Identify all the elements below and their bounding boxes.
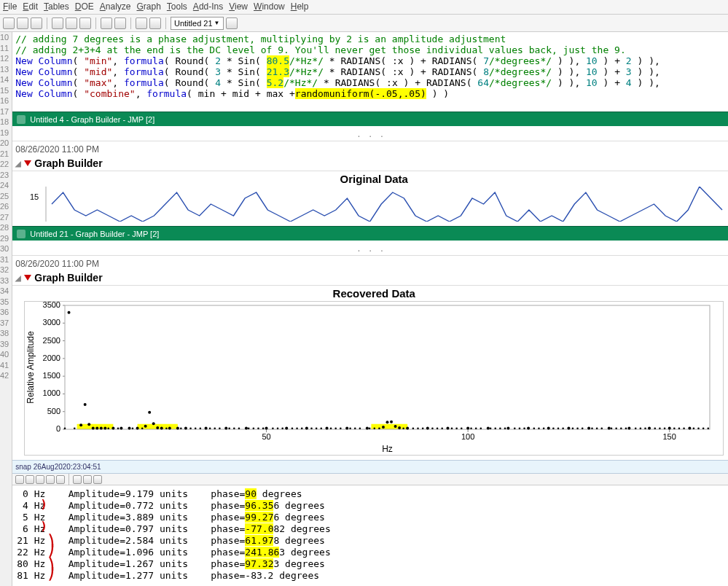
svg-point-145 [382, 426, 385, 429]
disclosure-icon[interactable]: ◢ [15, 160, 21, 168]
mini-icon[interactable] [93, 475, 102, 484]
svg-point-149 [398, 426, 401, 429]
svg-point-40 [214, 427, 216, 429]
toolbar-icon[interactable] [136, 17, 147, 29]
toolbar-icon[interactable] [3, 17, 15, 29]
window-titlebar-2[interactable]: Untitled 21 - Graph Builder - JMP [2] [12, 226, 728, 241]
svg-point-88 [538, 427, 540, 429]
svg-point-137 [225, 427, 228, 430]
svg-point-126 [128, 427, 131, 430]
svg-point-159 [587, 427, 590, 430]
mini-icon[interactable] [15, 475, 24, 484]
svg-point-125 [120, 427, 123, 430]
svg-point-86 [524, 427, 526, 429]
svg-point-101 [620, 427, 622, 429]
menu-item-graph[interactable]: Graph [136, 1, 160, 12]
graph-builder-header[interactable]: ◢ Graph Builder [12, 156, 728, 171]
svg-point-119 [87, 423, 90, 426]
svg-text:500: 500 [47, 407, 60, 415]
menu-item-analyze[interactable]: Analyze [100, 1, 131, 12]
toolbar-icon[interactable] [66, 17, 77, 29]
menu-item-file[interactable]: File [3, 1, 17, 12]
svg-point-100 [616, 427, 618, 429]
svg-point-66 [378, 427, 380, 429]
menu-item-edit[interactable]: Edit [23, 1, 38, 12]
red-triangle-icon[interactable] [24, 160, 31, 166]
toolbar-file-select[interactable]: Untitled 21▼ [171, 17, 224, 30]
toolbar-icon[interactable] [79, 17, 91, 29]
svg-point-122 [100, 427, 103, 430]
svg-point-81 [495, 427, 497, 429]
svg-point-31 [117, 427, 120, 429]
toolbar-icon[interactable] [52, 17, 63, 29]
toolbar-icon[interactable] [101, 17, 112, 29]
toolbar-icon[interactable] [149, 17, 161, 29]
toolbar-icon[interactable] [31, 17, 42, 29]
svg-point-136 [205, 427, 208, 430]
separator [47, 17, 47, 29]
mini-icon[interactable] [56, 475, 65, 484]
toolbar-icon[interactable] [17, 17, 28, 29]
svg-point-58 [330, 427, 332, 429]
svg-point-120 [92, 427, 95, 430]
window-title: Untitled 4 - Graph Builder - JMP [2] [30, 115, 154, 124]
svg-point-79 [480, 427, 482, 429]
svg-point-55 [310, 427, 313, 429]
menu-item-tools[interactable]: Tools [167, 1, 187, 12]
svg-point-76 [461, 427, 463, 429]
mini-icon[interactable] [73, 475, 82, 484]
svg-point-68 [412, 427, 415, 429]
separator [69, 474, 69, 485]
svg-point-73 [442, 427, 444, 429]
svg-point-93 [572, 427, 574, 429]
mini-icon[interactable] [83, 475, 92, 484]
menu-item-view[interactable]: View [229, 1, 248, 12]
svg-point-114 [702, 427, 705, 429]
svg-text:2000: 2000 [43, 353, 60, 362]
svg-point-153 [466, 427, 469, 430]
timestamp: 08/26/2020 11:00 PM [12, 141, 728, 156]
svg-point-108 [664, 427, 666, 429]
svg-point-63 [359, 427, 361, 429]
svg-point-61 [350, 427, 352, 429]
svg-point-157 [547, 427, 550, 430]
svg-point-28 [64, 427, 66, 429]
svg-point-104 [640, 427, 642, 429]
svg-point-111 [684, 427, 686, 429]
svg-rect-27 [65, 305, 710, 429]
separator [165, 17, 166, 29]
script-editor[interactable]: // adding 7 degrees is a phase adjustmen… [12, 32, 728, 112]
svg-point-80 [490, 427, 492, 429]
svg-point-151 [426, 427, 429, 430]
red-triangle-icon[interactable] [24, 275, 31, 281]
mini-icon[interactable] [26, 475, 34, 484]
svg-point-92 [563, 427, 565, 429]
disclosure-icon[interactable]: ◢ [15, 274, 21, 282]
svg-point-135 [184, 427, 187, 430]
toolbar-icon[interactable] [226, 17, 238, 29]
svg-point-29 [74, 427, 76, 429]
svg-point-84 [514, 427, 516, 429]
window-icon [17, 115, 26, 124]
mini-icon[interactable] [46, 475, 55, 484]
svg-point-107 [659, 427, 661, 429]
svg-point-121 [96, 427, 99, 430]
svg-point-161 [628, 427, 631, 430]
svg-point-155 [507, 427, 510, 430]
svg-point-147 [390, 421, 393, 423]
graph-builder-header[interactable]: ◢ Graph Builder [12, 270, 728, 286]
svg-point-64 [369, 427, 371, 429]
menu-item-doe[interactable]: DOE [75, 1, 94, 12]
mini-icon[interactable] [36, 475, 44, 484]
svg-point-99 [611, 427, 613, 429]
toolbar-icon[interactable] [114, 17, 126, 29]
svg-point-70 [422, 427, 424, 429]
menu-item-help[interactable]: Help [291, 1, 309, 12]
window-titlebar-1[interactable]: Untitled 4 - Graph Builder - JMP [2] [12, 112, 728, 126]
svg-point-41 [219, 427, 221, 429]
menu-item-add-ins[interactable]: Add-Ins [193, 1, 223, 12]
svg-point-39 [209, 427, 211, 429]
svg-point-46 [253, 427, 255, 429]
menu-item-window[interactable]: Window [254, 1, 285, 12]
menu-item-tables[interactable]: Tables [44, 1, 69, 12]
